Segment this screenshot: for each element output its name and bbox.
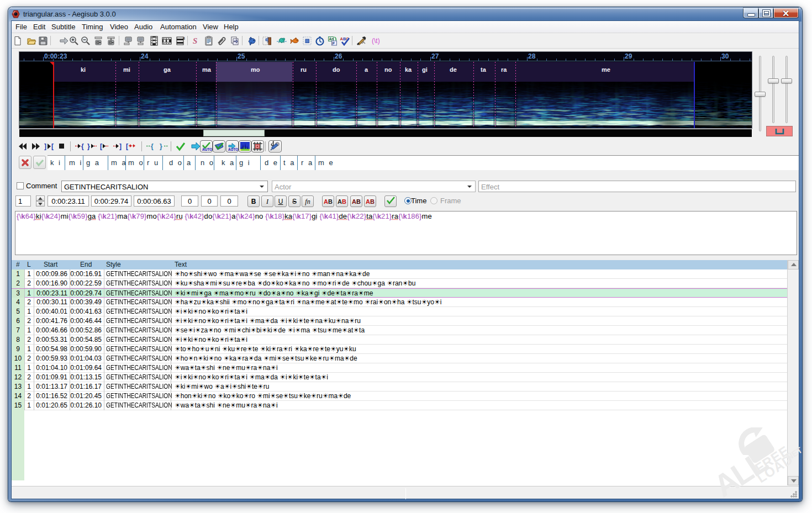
svg-text:[: [ [51, 142, 54, 150]
svg-text:AUTO: AUTO [228, 147, 238, 151]
svg-text:4: 4 [183, 36, 185, 40]
svg-text:(\t): (\t) [372, 37, 380, 45]
svg-text:An: An [329, 37, 334, 41]
svg-text:]: ] [44, 142, 46, 150]
svg-text:[: [ [100, 142, 102, 150]
svg-text:S: S [193, 36, 197, 45]
svg-text:]: ] [119, 142, 122, 150]
svg-text:}: } [87, 142, 90, 150]
svg-text:[: [ [126, 142, 128, 150]
svg-text:}: } [160, 142, 162, 150]
svg-text:{: { [81, 142, 84, 150]
svg-text:P: P [333, 41, 335, 45]
svg-text:{: { [151, 142, 154, 150]
svg-text:AUTO: AUTO [202, 147, 212, 151]
